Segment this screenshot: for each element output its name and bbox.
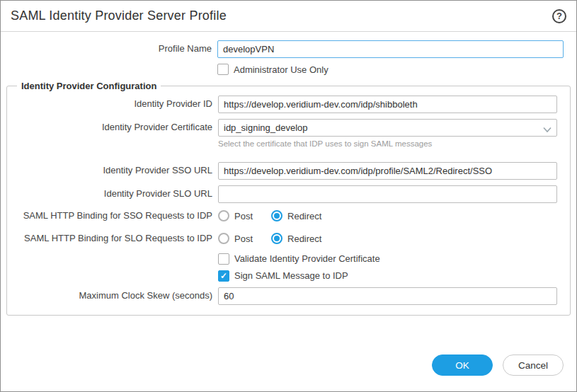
clock-skew-label: Maximum Clock Skew (seconds) bbox=[14, 290, 212, 301]
sign-saml-row: Sign SAML Message to IDP bbox=[14, 270, 563, 282]
slo-binding-row: SAML HTTP Binding for SLO Requests to ID… bbox=[14, 233, 563, 244]
idp-id-input[interactable] bbox=[218, 96, 557, 113]
sso-binding-post-option[interactable]: Post bbox=[218, 210, 253, 221]
ok-button[interactable]: OK bbox=[432, 354, 493, 376]
dialog-footer: OK Cancel bbox=[1, 354, 576, 391]
idp-id-label: Identity Provider ID bbox=[14, 98, 212, 110]
slo-binding-label: SAML HTTP Binding for SLO Requests to ID… bbox=[14, 233, 212, 244]
idp-certificate-label: Identity Provider Certificate bbox=[14, 122, 212, 133]
profile-name-row: Profile Name bbox=[1, 40, 576, 58]
sso-url-label: Identity Provider SSO URL bbox=[14, 165, 212, 176]
sso-binding-redirect-label: Redirect bbox=[287, 211, 321, 221]
chevron-down-icon bbox=[543, 125, 552, 135]
validate-cert-label: Validate Identity Provider Certificate bbox=[234, 253, 380, 264]
admin-use-only-label: Administrator Use Only bbox=[234, 64, 329, 75]
profile-name-label: Profile Name bbox=[1, 43, 212, 54]
admin-use-only-row: Administrator Use Only bbox=[1, 64, 576, 75]
validate-cert-checkbox[interactable] bbox=[218, 253, 229, 265]
slo-binding-post-label: Post bbox=[234, 234, 253, 244]
slo-binding-redirect-option[interactable]: Redirect bbox=[271, 233, 321, 244]
sso-binding-redirect-radio[interactable] bbox=[271, 210, 282, 221]
sso-binding-post-radio[interactable] bbox=[218, 210, 229, 221]
admin-use-only-checkbox[interactable] bbox=[217, 64, 229, 75]
dialog-title: SAML Identity Provider Server Profile bbox=[11, 8, 227, 23]
idp-configuration-legend: Identity Provider Configuration bbox=[17, 81, 161, 91]
idp-certificate-value: idp_signing_develop bbox=[224, 122, 308, 133]
idp-certificate-hint: Select the certificate that IDP uses to … bbox=[218, 139, 557, 148]
sso-binding-row: SAML HTTP Binding for SSO Requests to ID… bbox=[14, 210, 563, 221]
idp-certificate-row: Identity Provider Certificate idp_signin… bbox=[14, 119, 563, 137]
sso-binding-redirect-option[interactable]: Redirect bbox=[271, 210, 321, 221]
idp-certificate-select[interactable]: idp_signing_develop bbox=[218, 119, 557, 137]
sign-saml-option[interactable]: Sign SAML Message to IDP bbox=[218, 270, 557, 282]
clock-skew-input[interactable] bbox=[218, 287, 557, 305]
clock-skew-row: Maximum Clock Skew (seconds) bbox=[14, 287, 563, 305]
validate-cert-option[interactable]: Validate Identity Provider Certificate bbox=[218, 253, 557, 265]
sso-binding-options: Post Redirect bbox=[218, 210, 557, 221]
validate-cert-row: Validate Identity Provider Certificate bbox=[14, 253, 563, 265]
slo-binding-redirect-radio[interactable] bbox=[271, 233, 282, 244]
idp-certificate-hint-row: Select the certificate that IDP uses to … bbox=[14, 142, 563, 148]
slo-binding-post-radio[interactable] bbox=[218, 233, 229, 244]
sso-binding-label: SAML HTTP Binding for SSO Requests to ID… bbox=[14, 210, 212, 221]
help-icon[interactable]: ? bbox=[552, 9, 566, 23]
saml-idp-server-profile-dialog: SAML Identity Provider Server Profile ? … bbox=[0, 0, 577, 392]
slo-binding-post-option[interactable]: Post bbox=[218, 233, 253, 244]
profile-name-input[interactable] bbox=[217, 40, 564, 58]
slo-url-row: Identity Provider SLO URL bbox=[14, 185, 563, 203]
idp-configuration-section: Identity Provider Configuration Identity… bbox=[6, 81, 571, 316]
slo-binding-redirect-label: Redirect bbox=[287, 234, 321, 244]
dialog-body: Profile Name Administrator Use Only Iden… bbox=[1, 32, 576, 354]
idp-id-row: Identity Provider ID bbox=[14, 96, 563, 113]
sso-url-input[interactable] bbox=[218, 162, 557, 180]
admin-use-only-option[interactable]: Administrator Use Only bbox=[217, 64, 564, 75]
cancel-button[interactable]: Cancel bbox=[503, 354, 564, 376]
sso-binding-post-label: Post bbox=[234, 211, 253, 221]
sso-url-row: Identity Provider SSO URL bbox=[14, 162, 563, 180]
dialog-titlebar: SAML Identity Provider Server Profile ? bbox=[1, 1, 576, 32]
spacer bbox=[14, 154, 563, 162]
sign-saml-checkbox[interactable] bbox=[218, 270, 229, 282]
slo-url-input[interactable] bbox=[218, 185, 557, 203]
sign-saml-label: Sign SAML Message to IDP bbox=[234, 270, 348, 281]
slo-binding-options: Post Redirect bbox=[218, 233, 557, 244]
slo-url-label: Identity Provider SLO URL bbox=[14, 188, 212, 200]
